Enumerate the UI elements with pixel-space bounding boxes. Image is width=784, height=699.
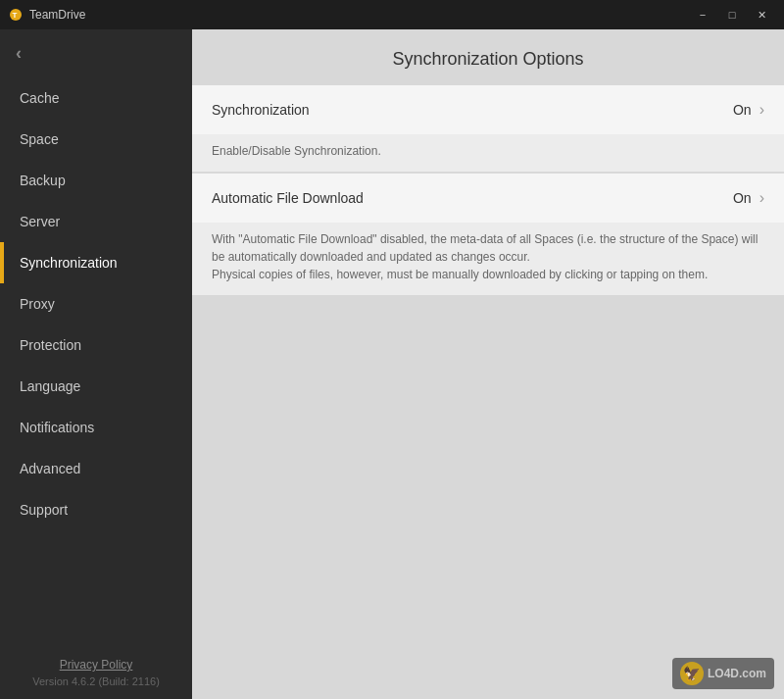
settings-description-automatic-file-download: With "Automatic File Download" disabled,… bbox=[192, 223, 784, 295]
watermark-text: LO4D.com bbox=[708, 667, 766, 680]
svg-text:T: T bbox=[13, 11, 18, 20]
sidebar-item-server[interactable]: Server bbox=[0, 201, 192, 242]
settings-description-synchronization: Enable/Disable Synchronization. bbox=[192, 134, 784, 172]
watermark: 🦅 LO4D.com bbox=[672, 658, 774, 689]
app-container: ‹ CacheSpaceBackupServerSynchronizationP… bbox=[0, 29, 784, 699]
title-bar: T TeamDrive − □ ✕ bbox=[0, 0, 784, 29]
sidebar-item-proxy[interactable]: Proxy bbox=[0, 283, 192, 325]
sidebar-nav: CacheSpaceBackupServerSynchronizationPro… bbox=[0, 77, 192, 646]
settings-label-synchronization: Synchronization bbox=[212, 102, 733, 118]
app-icon: T bbox=[8, 7, 24, 23]
close-button[interactable]: ✕ bbox=[747, 5, 776, 25]
page-title: Synchronization Options bbox=[216, 49, 760, 70]
maximize-button[interactable]: □ bbox=[717, 5, 747, 25]
sidebar-footer: Privacy Policy Version 4.6.2 (Build: 211… bbox=[0, 646, 192, 699]
settings-label-automatic-file-download: Automatic File Download bbox=[212, 190, 733, 206]
chevron-right-icon: › bbox=[760, 101, 764, 119]
sidebar: ‹ CacheSpaceBackupServerSynchronizationP… bbox=[0, 29, 192, 699]
sidebar-item-synchronization[interactable]: Synchronization bbox=[0, 242, 192, 283]
sidebar-item-support[interactable]: Support bbox=[0, 489, 192, 530]
sidebar-item-language[interactable]: Language bbox=[0, 366, 192, 407]
sidebar-item-cache[interactable]: Cache bbox=[0, 77, 192, 119]
settings-list: SynchronizationOn›Enable/Disable Synchro… bbox=[192, 85, 784, 297]
settings-value-synchronization: On bbox=[733, 102, 752, 118]
minimize-button[interactable]: − bbox=[688, 5, 717, 25]
settings-section-automatic-file-download: Automatic File DownloadOn›With "Automati… bbox=[192, 174, 784, 295]
back-arrow-icon: ‹ bbox=[16, 43, 22, 64]
app-title: TeamDrive bbox=[29, 8, 85, 22]
sidebar-item-backup[interactable]: Backup bbox=[0, 160, 192, 201]
sidebar-item-advanced[interactable]: Advanced bbox=[0, 448, 192, 489]
chevron-right-icon: › bbox=[760, 189, 764, 207]
settings-row-automatic-file-download[interactable]: Automatic File DownloadOn› bbox=[192, 174, 784, 223]
settings-row-synchronization[interactable]: SynchronizationOn› bbox=[192, 85, 784, 134]
window-controls: − □ ✕ bbox=[688, 5, 776, 25]
sidebar-item-space[interactable]: Space bbox=[0, 119, 192, 160]
version-label: Version 4.6.2 (Build: 2116) bbox=[16, 675, 176, 687]
watermark-logo: 🦅 bbox=[680, 662, 704, 685]
settings-section-synchronization: SynchronizationOn›Enable/Disable Synchro… bbox=[192, 85, 784, 172]
content-header: Synchronization Options bbox=[192, 29, 784, 85]
privacy-policy-link[interactable]: Privacy Policy bbox=[16, 658, 176, 672]
main-content: Synchronization Options SynchronizationO… bbox=[192, 29, 784, 699]
sidebar-item-protection[interactable]: Protection bbox=[0, 325, 192, 366]
settings-value-automatic-file-download: On bbox=[733, 190, 752, 206]
back-button[interactable]: ‹ bbox=[0, 29, 192, 77]
title-bar-left: T TeamDrive bbox=[8, 7, 85, 23]
sidebar-item-notifications[interactable]: Notifications bbox=[0, 407, 192, 448]
